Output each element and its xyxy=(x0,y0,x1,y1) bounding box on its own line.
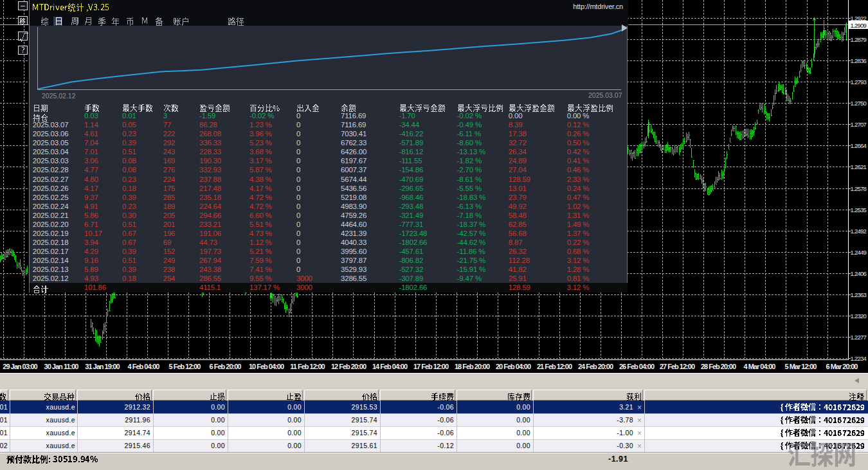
svg-text:1.2234: 1.2234 xyxy=(851,355,867,362)
svg-text:26 Feb 04:00: 26 Feb 04:00 xyxy=(619,363,655,370)
svg-text:21 Feb 12:00: 21 Feb 12:00 xyxy=(537,363,572,370)
svg-text:17 Feb 12:00: 17 Feb 12:00 xyxy=(413,363,449,370)
svg-text:12 Feb 20:00: 12 Feb 20:00 xyxy=(331,363,366,370)
svg-text:1.2909: 1.2909 xyxy=(851,22,867,29)
svg-text:4 Feb 04:00: 4 Feb 04:00 xyxy=(128,363,160,370)
svg-text:5 Feb 12:00: 5 Feb 12:00 xyxy=(169,363,201,370)
svg-text:1.2406: 1.2406 xyxy=(851,270,867,277)
svg-text:1.2793: 1.2793 xyxy=(851,78,867,86)
svg-text:1.2578: 1.2578 xyxy=(851,185,867,192)
svg-text:29 Jan 03:00: 29 Jan 03:00 xyxy=(3,363,37,370)
svg-text:1.2750: 1.2750 xyxy=(851,100,867,107)
svg-text:6 Mar 20:00: 6 Mar 20:00 xyxy=(826,363,858,370)
svg-text:1.2492: 1.2492 xyxy=(851,228,867,235)
svg-text:1.2707: 1.2707 xyxy=(851,121,867,128)
svg-text:1.2664: 1.2664 xyxy=(851,142,867,149)
svg-text:28 Feb 20:00: 28 Feb 20:00 xyxy=(701,363,736,370)
svg-text:1.2277: 1.2277 xyxy=(851,334,867,341)
svg-text:18 Feb 20:00: 18 Feb 20:00 xyxy=(455,363,490,370)
svg-text:1.2320: 1.2320 xyxy=(851,312,867,320)
svg-text:11 Feb 12:00: 11 Feb 12:00 xyxy=(290,363,325,370)
svg-text:6 Feb 20:00: 6 Feb 20:00 xyxy=(210,363,242,370)
svg-text:5 Mar 12:00: 5 Mar 12:00 xyxy=(785,363,817,370)
svg-text:14 Feb 04:00: 14 Feb 04:00 xyxy=(372,363,408,370)
svg-text:1.2535: 1.2535 xyxy=(851,206,867,213)
svg-text:24 Feb 20:00: 24 Feb 20:00 xyxy=(578,363,613,370)
svg-text:30 Jan 11:00: 30 Jan 11:00 xyxy=(44,363,79,370)
svg-text:4 Mar 04:00: 4 Mar 04:00 xyxy=(744,363,776,370)
svg-text:1.2363: 1.2363 xyxy=(851,291,867,298)
svg-text:1.2836: 1.2836 xyxy=(851,57,867,64)
svg-text:31 Jan 19:00: 31 Jan 19:00 xyxy=(85,363,120,370)
svg-text:20 Feb 04:00: 20 Feb 04:00 xyxy=(496,363,531,370)
svg-text:10 Feb 04:00: 10 Feb 04:00 xyxy=(249,363,284,370)
svg-text:27 Feb 12:00: 27 Feb 12:00 xyxy=(660,363,695,370)
svg-text:1.2449: 1.2449 xyxy=(851,249,867,256)
svg-text:1.2879: 1.2879 xyxy=(851,36,867,43)
svg-text:1.2621: 1.2621 xyxy=(851,163,867,170)
